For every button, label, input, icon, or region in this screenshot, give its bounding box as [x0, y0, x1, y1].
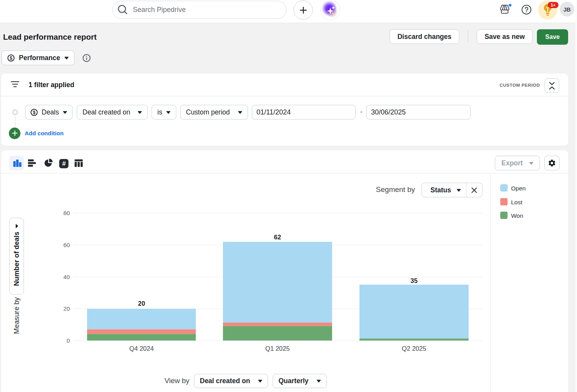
- svg-text:Q2 2025: Q2 2025: [402, 345, 426, 352]
- svg-text:35: 35: [410, 277, 417, 284]
- svg-text:0: 0: [67, 337, 70, 344]
- svg-text:62: 62: [274, 234, 281, 241]
- svg-text:60: 60: [63, 242, 70, 248]
- svg-text:Q1 2025: Q1 2025: [265, 345, 290, 352]
- svg-text:40: 40: [63, 274, 70, 280]
- svg-text:20: 20: [138, 300, 145, 307]
- svg-text:80: 80: [63, 210, 70, 216]
- svg-text:Q4 2024: Q4 2024: [129, 345, 154, 352]
- svg-text:20: 20: [63, 305, 70, 312]
- svg-text:#: #: [62, 160, 66, 167]
- svg-text:$: $: [10, 55, 12, 61]
- svg-text:$: $: [33, 109, 35, 115]
